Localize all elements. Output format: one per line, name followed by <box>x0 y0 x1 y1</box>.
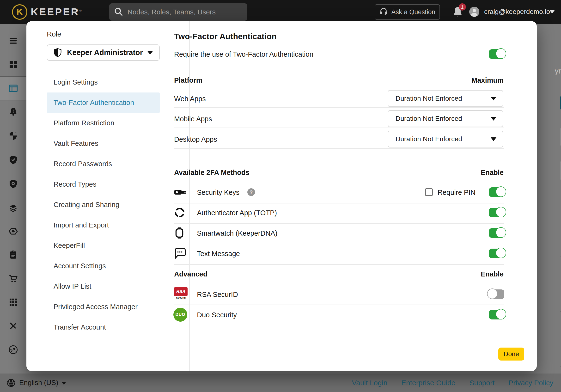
footer-link-vault-login[interactable]: Vault Login <box>352 379 387 387</box>
dashboard-icon <box>8 60 18 69</box>
web-apps-duration-value: Duration Not Enforced <box>396 95 462 102</box>
menu-icon <box>8 36 18 46</box>
sidebar-item-alerts[interactable] <box>0 100 26 123</box>
toggle-knob <box>496 48 506 59</box>
background-card <box>560 161 561 181</box>
nav-item-platform-restriction[interactable]: Platform Restriction <box>47 113 160 133</box>
smartwatch-icon <box>174 227 185 240</box>
brand-name: KEEPER® <box>31 6 83 18</box>
toggle-knob <box>487 288 498 299</box>
role-select[interactable]: Keeper Administrator <box>47 44 160 61</box>
duo-security-logo-icon: DUO <box>173 308 187 322</box>
row-divider <box>560 339 561 339</box>
person-icon <box>469 6 480 17</box>
select-caret-icon <box>491 137 496 141</box>
nav-item-privileged-access-manager[interactable]: Privileged Access Manager <box>47 297 160 317</box>
available-2fa-methods-header: Available 2FA Methods <box>174 169 249 176</box>
sidebar-item-connection-manager[interactable] <box>0 220 26 243</box>
desktop-apps-duration-select[interactable]: Duration Not Enforced <box>388 131 503 147</box>
sidebar-item-compliance[interactable] <box>0 148 26 171</box>
sidebar-item-getting-started[interactable] <box>0 338 26 361</box>
role-select-value: Keeper Administrator <box>67 48 143 57</box>
security-keys-toggle[interactable] <box>489 187 504 197</box>
nav-item-two-factor-authentication[interactable]: Two-Factor Authentication <box>47 92 160 113</box>
sidebar-item-dashboard[interactable] <box>0 53 26 76</box>
alert-bell-icon <box>8 107 18 117</box>
require-2fa-label: Require the use of Two-Factor Authentica… <box>174 50 313 58</box>
maximum-header: Maximum <box>471 76 504 84</box>
nav-item-record-types[interactable]: Record Types <box>47 174 160 195</box>
nav-item-login-settings[interactable]: Login Settings <box>47 72 160 92</box>
divider <box>174 88 504 88</box>
footer-link-enterprise-guide[interactable]: Enterprise Guide <box>401 379 455 387</box>
footer-link-privacy-policy[interactable]: Privacy Policy <box>508 379 553 387</box>
require-2fa-toggle[interactable] <box>489 49 504 59</box>
nav-item-import-and-export[interactable]: Import and Export <box>47 215 160 235</box>
toggle-knob <box>496 248 506 258</box>
sidebar-item-security-audit[interactable] <box>0 124 26 147</box>
account-menu-caret-icon[interactable] <box>550 10 555 13</box>
cart-icon <box>8 274 18 283</box>
account-avatar[interactable] <box>469 6 480 17</box>
divider <box>174 325 504 325</box>
nav-item-keeperfill[interactable]: KeeperFill <box>47 235 160 256</box>
left-sidebar <box>0 24 26 373</box>
row-divider <box>560 366 561 367</box>
background-card <box>560 127 561 147</box>
sidebar-item-breachwatch[interactable] <box>0 172 26 195</box>
toggle-knob <box>496 207 506 217</box>
shield-quartered-icon <box>8 131 18 141</box>
sidebar-menu-toggle[interactable] <box>0 29 26 52</box>
role-label: Role <box>47 30 61 38</box>
tools-icon <box>8 321 18 331</box>
divider <box>174 148 504 149</box>
mobile-apps-duration-select[interactable]: Duration Not Enforced <box>388 110 503 127</box>
sidebar-item-reporting[interactable] <box>0 243 26 266</box>
enforcement-nav: Login Settings Two-Factor Authentication… <box>47 72 160 338</box>
text-message-toggle[interactable] <box>489 249 504 258</box>
nav-item-allow-ip-list[interactable]: Allow IP List <box>47 276 160 297</box>
nav-item-vault-features[interactable]: Vault Features <box>47 133 160 154</box>
require-pin-label: Require PIN <box>438 189 475 196</box>
smartwatch-toggle[interactable] <box>489 228 504 238</box>
nav-item-record-passwords[interactable]: Record Passwords <box>47 154 160 174</box>
rsa-securid-toggle[interactable] <box>489 289 504 299</box>
divider <box>174 244 504 244</box>
notifications-button[interactable]: 1 <box>453 6 464 19</box>
ask-a-question-label: Ask a Question <box>391 8 435 16</box>
ask-a-question-button[interactable]: Ask a Question <box>375 4 440 20</box>
sidebar-item-marketplace[interactable] <box>0 267 26 290</box>
grid-icon <box>8 297 18 307</box>
language-selector[interactable]: English (US) <box>6 378 66 388</box>
nav-item-account-settings[interactable]: Account Settings <box>47 256 160 276</box>
sidebar-item-admin-tools[interactable] <box>0 315 26 338</box>
nav-item-transfer-account[interactable]: Transfer Account <box>47 317 160 338</box>
security-keys-help-icon[interactable]: ? <box>247 188 255 196</box>
select-caret-icon <box>491 117 496 120</box>
nav-item-creating-and-sharing[interactable]: Creating and Sharing <box>47 195 160 215</box>
authenticator-app-icon <box>174 207 185 219</box>
rsa-logo-subtext: SecurID <box>174 296 188 299</box>
account-email[interactable]: craig@keeperdemo.io <box>484 8 550 16</box>
footer-link-support[interactable]: Support <box>469 379 495 387</box>
search-icon <box>114 7 123 17</box>
sidebar-item-applications[interactable] <box>0 291 26 314</box>
web-apps-duration-select[interactable]: Duration Not Enforced <box>388 90 503 107</box>
search-input[interactable] <box>127 8 236 16</box>
require-pin-checkbox[interactable] <box>425 188 433 196</box>
sidebar-item-secrets-manager[interactable] <box>0 196 26 219</box>
done-button[interactable]: Done <box>498 348 524 360</box>
role-enforcement-modal: Role Keeper Administrator Login Settings… <box>26 21 537 371</box>
duo-security-label: Duo Security <box>197 311 237 319</box>
advanced-header: Advanced <box>174 270 207 278</box>
divider <box>174 223 504 224</box>
authenticator-app-toggle[interactable] <box>489 208 504 217</box>
global-search[interactable] <box>109 3 247 21</box>
select-caret-icon <box>491 97 496 100</box>
text-message-icon <box>174 248 186 260</box>
divider <box>174 305 504 305</box>
duo-security-toggle[interactable] <box>489 310 504 319</box>
smartwatch-label: Smartwatch (KeeperDNA) <box>197 229 277 237</box>
language-label: English (US) <box>19 379 58 387</box>
sidebar-item-admin[interactable] <box>0 76 26 100</box>
